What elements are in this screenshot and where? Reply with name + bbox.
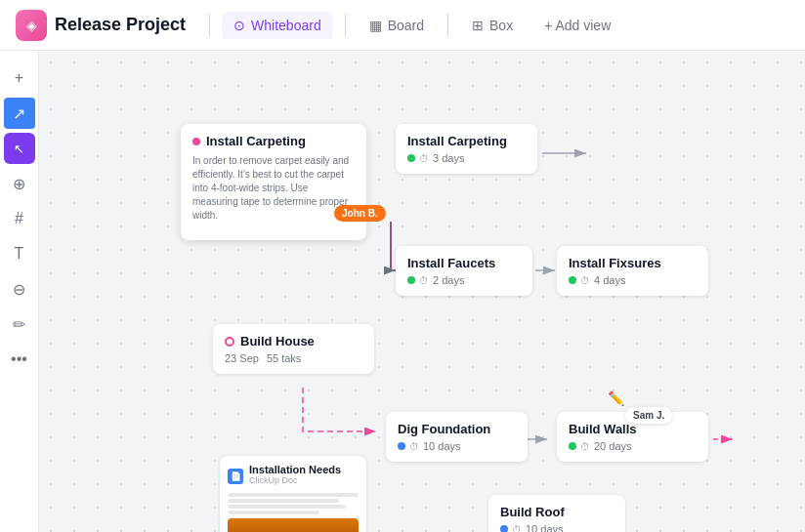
build-walls-title: Build Walls xyxy=(569,422,697,436)
build-house-tasks: 55 taks xyxy=(267,352,301,364)
status-dot-green xyxy=(407,154,415,162)
pencil-decoration-icon: ✏️ xyxy=(608,390,624,406)
nav-divider-3 xyxy=(447,14,448,37)
install-carpeting-duration: 3 days xyxy=(433,152,464,164)
nav-whiteboard[interactable]: ⊙ Whiteboard xyxy=(222,12,333,39)
status-dot xyxy=(407,276,415,284)
doc-text-lines xyxy=(228,493,359,514)
build-house-card[interactable]: Build House 23 Sep 55 taks xyxy=(213,324,374,374)
duration-icon: ⏱ xyxy=(512,524,522,533)
build-walls-meta: ⏱ 20 days xyxy=(569,440,697,452)
tool-plus[interactable]: + xyxy=(4,62,35,94)
duration-icon: ⏱ xyxy=(580,441,590,452)
doc-line-2 xyxy=(228,499,339,503)
doc-title: Installation Needs xyxy=(249,464,341,475)
build-roof-card[interactable]: Build Roof ⏱ 10 days xyxy=(488,495,625,532)
doc-subtitle: ClickUp Doc xyxy=(249,475,341,485)
project-title: Release Project xyxy=(55,15,186,35)
install-fixsures-title: Install Fixsures xyxy=(569,256,697,270)
install-faucets-card[interactable]: Install Faucets ⏱ 2 days xyxy=(396,246,532,296)
sam-j-badge: Sam J. xyxy=(625,407,672,424)
board-icon: ▦ xyxy=(369,18,382,33)
install-fixsures-card[interactable]: Install Fixsures ⏱ 4 days xyxy=(557,246,708,296)
build-house-date: 23 Sep xyxy=(225,352,259,364)
install-fixsures-meta: ⏱ 4 days xyxy=(569,274,697,286)
whiteboard-icon: ⊙ xyxy=(233,18,245,33)
main-layout: + ↗ ↖ ⊕ # T ⊖ ✏ ••• xyxy=(0,51,805,532)
whiteboard-label: Whiteboard xyxy=(251,18,321,33)
board-label: Board xyxy=(388,18,424,33)
dig-foundation-duration: 10 days xyxy=(423,440,461,452)
duration-icon: ⏱ xyxy=(409,441,419,452)
add-view-label: + Add view xyxy=(544,18,611,33)
dig-foundation-title: Dig Foundation xyxy=(398,422,516,436)
tool-text[interactable]: T xyxy=(4,238,35,269)
tool-arrow[interactable]: ↗ xyxy=(4,98,35,129)
dig-foundation-meta: ⏱ 10 days xyxy=(398,440,516,452)
nav-divider xyxy=(209,14,210,37)
whiteboard-canvas[interactable]: Install Carpeting In order to remove car… xyxy=(39,51,805,532)
duration-icon: ⏱ xyxy=(419,275,429,286)
install-faucets-title: Install Faucets xyxy=(407,256,521,270)
installation-needs-card[interactable]: 📄 Installation Needs ClickUp Doc Install… xyxy=(220,456,366,532)
install-fixsures-duration: 4 days xyxy=(594,274,625,286)
install-carpeting-small-meta: ⏱ 3 days xyxy=(407,152,526,164)
install-faucets-duration: 2 days xyxy=(433,274,464,286)
build-house-status-dot xyxy=(225,337,234,347)
add-view-button[interactable]: + Add view xyxy=(532,12,622,39)
build-roof-duration: 10 days xyxy=(526,523,564,532)
duration-icon: ⏱ xyxy=(580,275,590,286)
doc-card-header: 📄 Installation Needs ClickUp Doc xyxy=(228,464,359,489)
project-icon: ◈ xyxy=(16,10,47,41)
build-roof-title: Build Roof xyxy=(500,505,614,519)
doc-icon: 📄 xyxy=(228,469,243,484)
install-carpeting-description: In order to remove carpet easily and eff… xyxy=(192,154,355,223)
tool-cursor[interactable]: ↖ xyxy=(4,133,35,164)
dig-foundation-card[interactable]: Dig Foundation ⏱ 10 days xyxy=(386,412,528,462)
build-walls-duration: 20 days xyxy=(594,440,632,452)
sidebar: + ↗ ↖ ⊕ # T ⊖ ✏ ••• xyxy=(0,51,39,532)
doc-image: Install the Carpet Tack Stripe xyxy=(228,518,359,532)
install-carpeting-small-title: Install Carpeting xyxy=(407,134,526,148)
nav-divider-2 xyxy=(345,14,346,37)
tool-more[interactable]: ••• xyxy=(4,344,35,375)
install-faucets-meta: ⏱ 2 days xyxy=(407,274,521,286)
doc-line-4 xyxy=(228,511,319,514)
john-b-badge: John B. xyxy=(334,205,386,222)
status-dot xyxy=(500,525,508,532)
tool-grid[interactable]: # xyxy=(4,203,35,234)
install-carpeting-small-card[interactable]: Install Carpeting ⏱ 3 days xyxy=(396,124,537,174)
status-dot xyxy=(569,442,576,450)
status-dot xyxy=(569,276,576,284)
header: ◈ Release Project ⊙ Whiteboard ▦ Board ⊞… xyxy=(0,0,805,51)
install-carpeting-expanded-card[interactable]: Install Carpeting In order to remove car… xyxy=(181,124,366,240)
install-carpeting-expanded-title: Install Carpeting xyxy=(192,134,355,148)
nav-box[interactable]: ⊞ Box xyxy=(460,12,525,39)
tool-pencil[interactable]: ✏ xyxy=(4,308,35,340)
tool-clip[interactable]: ⊖ xyxy=(4,273,35,305)
build-house-meta: 23 Sep 55 taks xyxy=(225,352,362,364)
status-dot xyxy=(398,442,405,450)
status-dot xyxy=(192,138,200,145)
build-house-title: Build House xyxy=(225,334,362,348)
build-roof-meta: ⏱ 10 days xyxy=(500,523,614,532)
box-icon: ⊞ xyxy=(472,18,484,33)
box-label: Box xyxy=(489,18,513,33)
duration-icon: ⏱ xyxy=(419,153,429,164)
nav-board[interactable]: ▦ Board xyxy=(358,12,436,39)
tool-globe[interactable]: ⊕ xyxy=(4,168,35,199)
doc-line-1 xyxy=(228,493,359,497)
doc-line-3 xyxy=(228,505,346,509)
